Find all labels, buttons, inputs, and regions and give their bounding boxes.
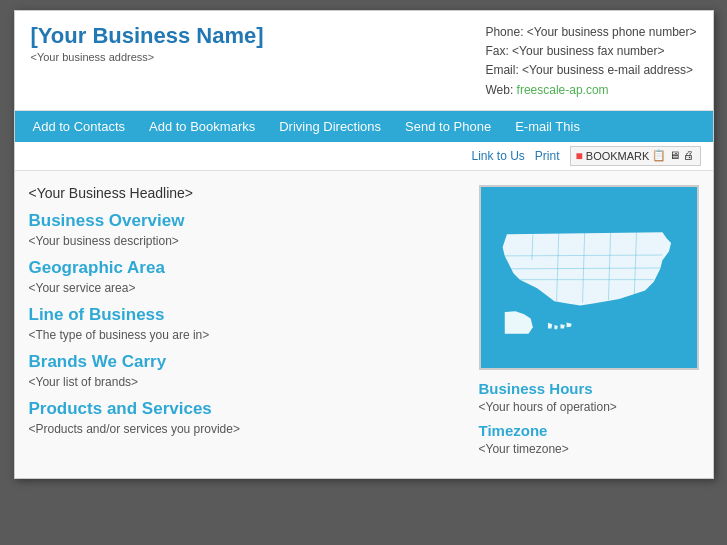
nav-send-to-phone[interactable]: Send to Phone: [393, 111, 503, 142]
left-column: <Your Business Headline> Business Overvi…: [29, 185, 463, 464]
right-column: Business Hours <Your hours of operation>…: [479, 185, 699, 464]
link-to-us-button[interactable]: Link to Us: [472, 149, 525, 163]
section-title-0: Business Overview: [29, 211, 463, 231]
bookmark-button[interactable]: ■ BOOKMARK 📋 🖥 🖨: [570, 146, 701, 166]
web-row: Web: freescale-ap.com: [485, 81, 696, 100]
business-address: <Your business address>: [31, 51, 264, 63]
section-title-2: Line of Business: [29, 305, 463, 325]
header: [Your Business Name] <Your business addr…: [15, 11, 713, 111]
print-button[interactable]: Print: [535, 149, 560, 163]
main-content: <Your Business Headline> Business Overvi…: [15, 171, 713, 478]
section-title-4: Products and Services: [29, 399, 463, 419]
section-desc-4: <Products and/or services you provide>: [29, 422, 463, 436]
phone-label: Phone: <Your business phone number>: [485, 23, 696, 42]
header-right: Phone: <Your business phone number> Fax:…: [485, 23, 696, 100]
bookmark-label: BOOKMARK: [586, 150, 650, 162]
business-headline: <Your Business Headline>: [29, 185, 463, 201]
section-title-3: Brands We Carry: [29, 352, 463, 372]
page-wrapper: [Your Business Name] <Your business addr…: [14, 10, 714, 479]
section-title-1: Geographic Area: [29, 258, 463, 278]
us-map-svg: [481, 187, 697, 368]
business-name: [Your Business Name]: [31, 23, 264, 49]
web-label: Web:: [485, 83, 513, 97]
bookmark-icon: ■: [576, 149, 583, 163]
nav-driving-directions[interactable]: Driving Directions: [267, 111, 393, 142]
header-left: [Your Business Name] <Your business addr…: [31, 23, 264, 63]
web-link[interactable]: freescale-ap.com: [517, 83, 609, 97]
right-section-title-0: Business Hours: [479, 380, 699, 397]
section-desc-2: <The type of business you are in>: [29, 328, 463, 342]
toolbar-row: Link to Us Print ■ BOOKMARK 📋 🖥 🖨: [15, 142, 713, 171]
email-label: Email: <Your business e-mail address>: [485, 61, 696, 80]
right-section-title-1: Timezone: [479, 422, 699, 439]
right-section-desc-1: <Your timezone>: [479, 442, 699, 456]
section-desc-0: <Your business description>: [29, 234, 463, 248]
section-desc-1: <Your service area>: [29, 281, 463, 295]
map-container: [479, 185, 699, 370]
bookmark-icons-extra: 📋 🖥 🖨: [652, 149, 694, 162]
right-section-desc-0: <Your hours of operation>: [479, 400, 699, 414]
nav-add-contacts[interactable]: Add to Contacts: [21, 111, 138, 142]
section-desc-3: <Your list of brands>: [29, 375, 463, 389]
nav-email-this[interactable]: E-mail This: [503, 111, 592, 142]
navbar: Add to Contacts Add to Bookmarks Driving…: [15, 111, 713, 142]
nav-add-bookmarks[interactable]: Add to Bookmarks: [137, 111, 267, 142]
fax-label: Fax: <Your business fax number>: [485, 42, 696, 61]
